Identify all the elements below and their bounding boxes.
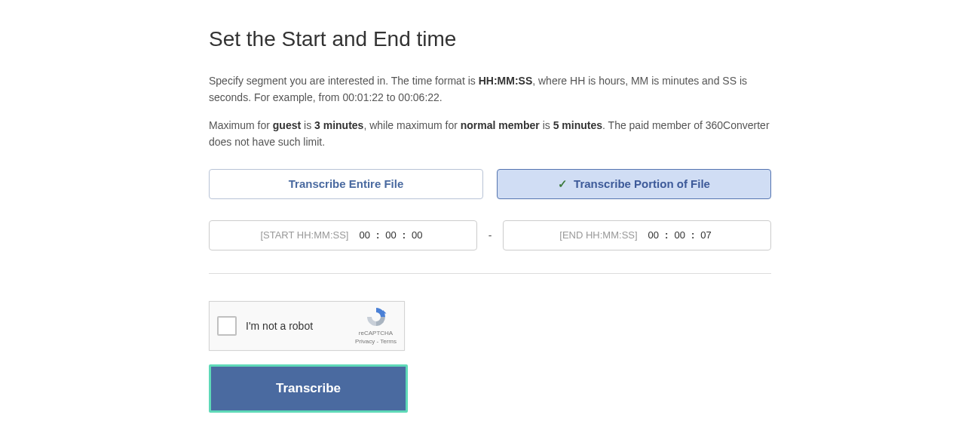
recaptcha-logo-icon <box>365 306 387 328</box>
desc-format-bold: HH:MM:SS <box>479 75 533 87</box>
tab-label: Transcribe Portion of File <box>574 177 710 190</box>
range-separator: - <box>477 229 503 241</box>
start-mm[interactable]: 00 <box>385 229 396 241</box>
description-limits: Maximum for guest is 3 minutes, while ma… <box>209 117 771 151</box>
recaptcha-terms-link[interactable]: Privacy - Terms <box>355 338 397 346</box>
tab-label: Transcribe Entire File <box>289 177 404 190</box>
colon-separator: : <box>691 229 694 241</box>
recaptcha-branding: reCAPTCHA Privacy - Terms <box>355 306 397 346</box>
desc-member-limit-bold: 5 minutes <box>553 119 602 131</box>
colon-separator: : <box>376 229 379 241</box>
recaptcha-widget: I'm not a robot reCAPTCHA Privacy - Term… <box>209 301 405 351</box>
desc-member-bold: normal member <box>461 119 540 131</box>
transcribe-button[interactable]: Transcribe <box>211 367 406 410</box>
colon-separator: : <box>403 229 406 241</box>
transcribe-button-highlight: Transcribe <box>209 364 408 413</box>
desc-guest-bold: guest <box>273 119 301 131</box>
description-format: Specify segment you are interested in. T… <box>209 72 771 106</box>
desc-text: Maximum for <box>209 119 273 131</box>
page-title: Set the Start and End time <box>209 27 771 51</box>
start-ss[interactable]: 00 <box>412 229 422 241</box>
recaptcha-label: I'm not a robot <box>246 320 355 332</box>
desc-text: , while maximum for <box>363 119 460 131</box>
start-placeholder: [START HH:MM:SS] <box>260 229 348 241</box>
recaptcha-brand-text: reCAPTCHA <box>359 330 393 337</box>
colon-separator: : <box>665 229 668 241</box>
end-ss[interactable]: 07 <box>700 229 711 241</box>
end-placeholder: [END HH:MM:SS] <box>559 229 637 241</box>
start-hh[interactable]: 00 <box>359 229 369 241</box>
desc-text: is <box>301 119 314 131</box>
desc-guest-limit-bold: 3 minutes <box>314 119 363 131</box>
tab-transcribe-portion[interactable]: ✓ Transcribe Portion of File <box>497 169 771 199</box>
desc-text: is <box>540 119 553 131</box>
desc-text: Specify segment you are interested in. T… <box>209 75 479 87</box>
svg-marker-0 <box>383 310 387 314</box>
check-icon: ✓ <box>558 177 568 191</box>
transcribe-button-label: Transcribe <box>276 381 341 396</box>
tab-transcribe-entire[interactable]: Transcribe Entire File <box>209 169 483 199</box>
end-hh[interactable]: 00 <box>648 229 659 241</box>
section-divider <box>209 273 771 274</box>
tab-group: Transcribe Entire File ✓ Transcribe Port… <box>209 169 771 199</box>
time-range-row: [START HH:MM:SS] 00 : 00 : 00 - [END HH:… <box>209 220 771 250</box>
recaptcha-checkbox[interactable] <box>217 316 237 336</box>
end-time-input[interactable]: [END HH:MM:SS] 00 : 00 : 07 <box>503 220 771 250</box>
start-time-input[interactable]: [START HH:MM:SS] 00 : 00 : 00 <box>209 220 477 250</box>
end-mm[interactable]: 00 <box>674 229 684 241</box>
